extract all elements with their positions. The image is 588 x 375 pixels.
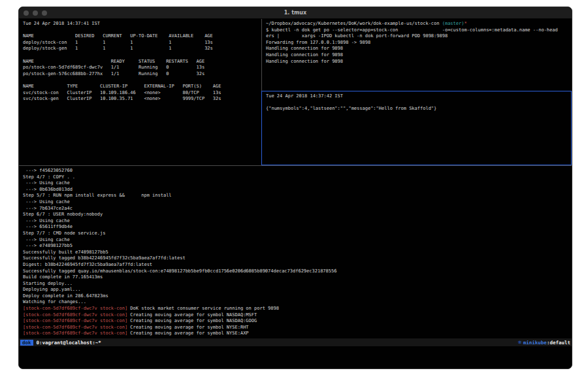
terminal-line: ---> f45623052760	[23, 168, 568, 174]
terminal-line	[23, 77, 257, 84]
terminal-line: Successfully built e74898127bb5	[23, 250, 568, 256]
terminal-line: Step 6/7 : USER nobody:nobody	[23, 212, 568, 218]
terminal-window: 1. tmux Tue 24 Apr 2018 14:37:41 IST NAM…	[18, 7, 572, 369]
terminal-line: Forwarding from 127.0.0.1:9898 -> 9898	[266, 40, 568, 46]
terminal-text-segment: [stock-con-5d7df689cf-dwc7v stock-con]	[23, 325, 127, 330]
terminal-line: Handling connection for 9898	[266, 46, 568, 52]
traffic-lights	[24, 7, 47, 18]
terminal-line: [stock-con-5d7df689cf-dwc7v stock-con] C…	[23, 325, 568, 331]
terminal-line: Tue 24 Apr 2018 14:37:42 IST	[266, 93, 567, 100]
kube-context-indicator: ⎈ minikube :default	[518, 339, 570, 346]
terminal-line: ---> 65611ff9db4e	[23, 224, 568, 231]
terminal-line: deploy/stock-con 1 1 1 1 13s	[23, 40, 257, 46]
terminal-line: NAME TYPE CLUSTER-IP EXTERNAL-IP PORT(S)…	[23, 84, 257, 90]
terminal-line: ~/Dropbox/advocacy/Kubernetes/DoK/work/d…	[266, 21, 568, 27]
terminal-line	[266, 100, 567, 106]
terminal-text-segment: (master)	[442, 21, 465, 26]
terminal-text-segment: ~/Dropbox/advocacy/Kubernetes/DoK/work/d…	[266, 21, 442, 26]
pane-port-forward[interactable]: ~/Dropbox/advocacy/Kubernetes/DoK/work/d…	[261, 19, 572, 91]
zoom-button-icon[interactable]	[42, 10, 47, 16]
terminal-line: Deploy complete in 286.647823ms	[23, 293, 568, 300]
terminal-line: Successfully tagged quay.io/mhausenblas/…	[23, 269, 568, 275]
terminal-text-segment: DoK stock market consumer service runnin…	[127, 306, 279, 311]
terminal-line: po/stock-gen-576cc688bb-277hx 1/1 Runnin…	[23, 71, 257, 78]
kube-context-name: minikube	[523, 340, 547, 346]
terminal-line: Step 5/7 : RUN npm install express && np…	[23, 193, 568, 199]
terminal-text-segment: Creating moving average for symbol NYSE:…	[127, 325, 248, 330]
terminal-line: svc/stock-gen ClusterIP 10.100.35.71 <no…	[23, 96, 257, 103]
terminal-text-segment: *	[464, 21, 466, 26]
terminal-line: Deploying app.yaml...	[23, 287, 568, 293]
terminal-line	[23, 27, 257, 34]
terminal-line: [stock-con-5d7df689cf-dwc7v stock-con] C…	[23, 318, 568, 325]
terminal-line: svc/stock-con ClusterIP 10.109.186.46 <n…	[23, 90, 257, 97]
terminal-text-segment: Creating moving average for symbol NASDA…	[127, 318, 257, 323]
terminal-line	[23, 52, 257, 59]
terminal-line: Handling connection for 9898	[266, 59, 568, 65]
terminal-line: po/stock-con-5d7df689cf-dwc7v 1/1 Runnin…	[23, 65, 257, 71]
terminal-text-segment: Creating moving average for symbol NYSE:…	[127, 331, 248, 336]
kubernetes-helm-icon: ⎈	[518, 339, 522, 346]
window-title: 1. tmux	[19, 10, 572, 16]
tmux-active-window-label[interactable]: 0:vagrant@localhost:~*	[37, 340, 101, 346]
terminal-line: Digest: b38b42246945fd7f32c5ba9aea7af7fd…	[23, 262, 568, 269]
pane-skaffold-build-log[interactable]: ---> f45623052760Step 4/7 : COPY . . ---…	[19, 165, 572, 338]
kube-namespace: :default	[547, 340, 570, 346]
terminal-text-segment: [stock-con-5d7df689cf-dwc7v stock-con]	[23, 331, 127, 336]
close-button-icon[interactable]	[24, 10, 29, 16]
terminal-line: $ kubectl -n dok get po --selector=app=s…	[266, 27, 568, 34]
terminal-content: Tue 24 Apr 2018 14:37:41 IST NAME DESIRE…	[19, 19, 572, 338]
terminal-text-segment: Creating moving average for symbol NASDA…	[127, 312, 257, 318]
tmux-session-badge[interactable]: dok	[20, 340, 33, 346]
terminal-line: ---> 0b636bd013dd	[23, 187, 568, 193]
terminal-empty-area	[19, 346, 572, 369]
terminal-line: ers | xargs -IPOD kubectl -n dok port-fo…	[266, 33, 568, 40]
window-title-bar: 1. tmux	[19, 7, 572, 19]
terminal-line: ---> 7b6347ce2a4c	[23, 206, 568, 212]
minimize-button-icon[interactable]	[33, 10, 38, 16]
terminal-line: ---> Using cache	[23, 180, 568, 187]
terminal-line: ---> Using cache	[23, 237, 568, 244]
terminal-line: Build complete in 77.165413ms	[23, 274, 568, 281]
terminal-line: [stock-con-5d7df689cf-dwc7v stock-con] D…	[23, 306, 568, 312]
terminal-line: NAME DESIRED CURRENT UP-TO-DATE AVAILABL…	[23, 33, 257, 40]
terminal-line: Starting deploy...	[23, 281, 568, 287]
terminal-line: Step 7/7 : CMD node service.js	[23, 231, 568, 237]
terminal-line: Step 4/7 : COPY . .	[23, 174, 568, 181]
terminal-line: ---> Using cache	[23, 199, 568, 206]
terminal-line: ---> Using cache	[23, 218, 568, 225]
terminal-line: ---> e74898127bb5	[23, 243, 568, 250]
pane-service-output-active[interactable]: Tue 24 Apr 2018 14:37:42 IST {"numsymbol…	[261, 91, 572, 165]
tmux-status-bar: dok 0:vagrant@localhost:~* ⎈ minikube :d…	[19, 338, 572, 346]
pane-kubectl-resources[interactable]: Tue 24 Apr 2018 14:37:41 IST NAME DESIRE…	[19, 19, 261, 165]
terminal-line: deploy/stock-gen 1 1 1 1 32s	[23, 46, 257, 52]
terminal-line: NAME READY STATUS RESTARTS AGE	[23, 59, 257, 65]
terminal-line: [stock-con-5d7df689cf-dwc7v stock-con] C…	[23, 312, 568, 319]
terminal-line: {"numsymbols":4,"lastseen":"","message":…	[266, 106, 567, 112]
terminal-text-segment: [stock-con-5d7df689cf-dwc7v stock-con]	[23, 312, 127, 318]
terminal-line: Successfully tagged b38b42246945fd7f32c5…	[23, 255, 568, 262]
terminal-line: Watching for changes...	[23, 299, 568, 306]
terminal-line: Tue 24 Apr 2018 14:37:41 IST	[23, 21, 257, 27]
terminal-line: Handling connection for 9898	[266, 52, 568, 59]
terminal-line: [stock-con-5d7df689cf-dwc7v stock-con] C…	[23, 331, 568, 337]
terminal-text-segment: [stock-con-5d7df689cf-dwc7v stock-con]	[23, 318, 127, 323]
terminal-text-segment: [stock-con-5d7df689cf-dwc7v stock-con]	[23, 306, 127, 311]
